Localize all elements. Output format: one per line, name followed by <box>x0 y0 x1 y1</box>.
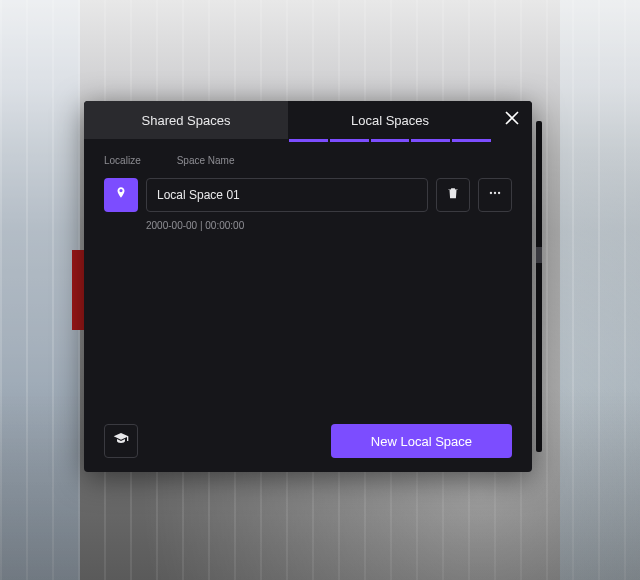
space-timestamp: 2000-00-00 | 00:00:00 <box>146 220 512 231</box>
trash-icon <box>446 186 460 204</box>
more-button[interactable] <box>478 178 512 212</box>
column-header-localize: Localize <box>104 155 141 166</box>
space-name-input[interactable] <box>146 178 428 212</box>
tabs-container: Shared Spaces Local Spaces <box>84 101 532 139</box>
close-button[interactable] <box>492 101 532 139</box>
new-local-space-button[interactable]: New Local Space <box>331 424 512 458</box>
graduation-cap-icon <box>113 431 129 451</box>
tab-shared-spaces[interactable]: Shared Spaces <box>84 101 288 139</box>
localize-button[interactable] <box>104 178 138 212</box>
delete-button[interactable] <box>436 178 470 212</box>
side-scroll-indicator[interactable] <box>536 121 542 452</box>
column-headers: Localize Space Name <box>104 155 512 166</box>
space-row <box>104 178 512 212</box>
svg-point-2 <box>498 192 500 194</box>
svg-point-1 <box>494 192 496 194</box>
pin-icon <box>114 186 128 204</box>
tutorial-button[interactable] <box>104 424 138 458</box>
spaces-panel: Shared Spaces Local Spaces Localize Spac… <box>84 101 532 472</box>
tab-local-spaces[interactable]: Local Spaces <box>288 101 492 139</box>
svg-point-0 <box>490 192 492 194</box>
close-icon <box>505 111 519 129</box>
panel-footer: New Local Space <box>104 410 512 458</box>
more-icon <box>488 186 502 204</box>
tab-label: Shared Spaces <box>142 113 231 128</box>
tab-label: Local Spaces <box>351 113 429 128</box>
panel-content: Localize Space Name 2000-00-00 | 00:00 <box>84 139 532 472</box>
button-label: New Local Space <box>371 434 472 449</box>
column-header-space-name: Space Name <box>177 155 235 166</box>
